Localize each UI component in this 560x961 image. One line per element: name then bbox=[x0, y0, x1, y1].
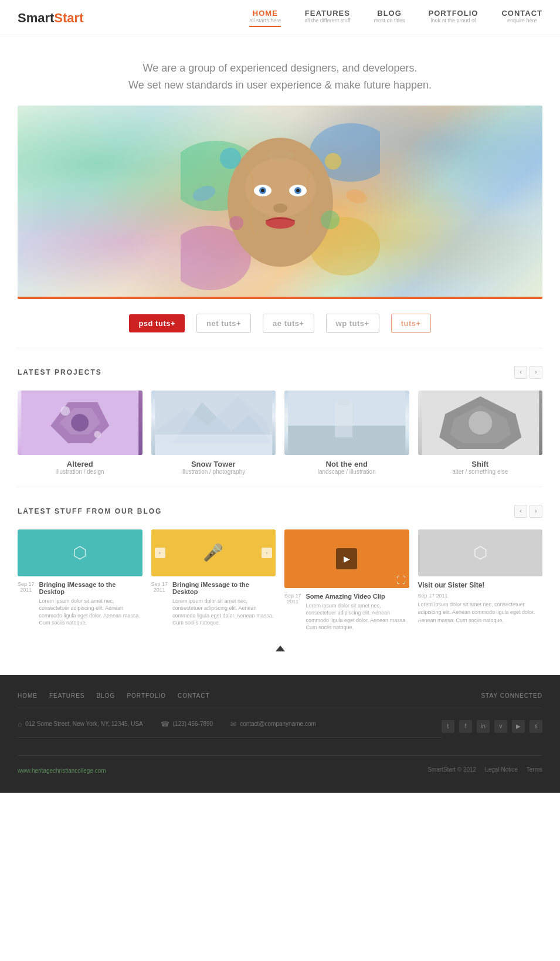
blog-card-1: ⬡ Sep 17 2011 Bringing iMessage to the D… bbox=[18, 529, 142, 634]
project-title-snow: Snow Tower bbox=[151, 460, 276, 468]
blog-thumb-3[interactable]: ▶ ⛶ bbox=[284, 529, 409, 588]
footer-middle: ⌂ 012 Some Street, New York, NY, 12345, … bbox=[18, 720, 542, 756]
blog-card-3: ▶ ⛶ Sep 17 2011 Some Amazing Video Clip … bbox=[284, 529, 409, 634]
footer-nav-features[interactable]: FEATURES bbox=[49, 692, 85, 699]
blog-thumb-1: ⬡ bbox=[18, 529, 142, 576]
site-logo[interactable]: SmartStart bbox=[18, 11, 83, 26]
vimeo-icon[interactable]: v bbox=[494, 720, 507, 733]
brand-ae[interactable]: ae tuts+ bbox=[263, 314, 314, 333]
footer-terms-link[interactable]: Terms bbox=[527, 766, 542, 773]
blog-date-year-3: 2011 bbox=[284, 599, 301, 605]
facebook-icon[interactable]: f bbox=[459, 720, 472, 733]
svg-rect-34 bbox=[288, 390, 405, 426]
blog-next-button[interactable]: › bbox=[530, 505, 542, 518]
blog-post-title-1[interactable]: Bringing iMessage to the Desktop bbox=[39, 581, 142, 595]
altered-thumb-svg bbox=[18, 390, 142, 455]
brand-tuts[interactable]: tuts+ bbox=[391, 314, 431, 333]
projects-header: LATEST PROJECTS ‹ › bbox=[18, 366, 542, 379]
footer-stay-connected: STAY CONNECTED bbox=[481, 692, 542, 699]
hero-bottom-bar bbox=[18, 297, 542, 299]
project-title-shift: Shift bbox=[418, 460, 543, 468]
blog-date-month-1: Sep 17 bbox=[18, 581, 35, 587]
nav-home[interactable]: HOME all starts here bbox=[249, 9, 281, 27]
skype-icon[interactable]: s bbox=[530, 720, 542, 733]
blog-date-3: Sep 17 2011 bbox=[284, 593, 301, 605]
hero-bg bbox=[18, 106, 542, 299]
blog-section: LATEST STUFF FROM OUR BLOG ‹ › ⬡ Sep 17 … bbox=[0, 487, 560, 646]
project-card-altered[interactable]: Altered illustration / design bbox=[18, 390, 142, 475]
blog-post-title-2[interactable]: Bringing iMessage to the Desktop bbox=[172, 581, 276, 595]
footer-legal-link[interactable]: Legal Notice bbox=[485, 766, 518, 773]
blog-slider-prev[interactable]: ‹ bbox=[155, 548, 165, 558]
svg-point-16 bbox=[229, 216, 243, 230]
project-card-shift[interactable]: Shift alter / something else bbox=[418, 390, 543, 475]
project-sub-altered: illustration / design bbox=[18, 468, 142, 475]
brand-psd[interactable]: psd tuts+ bbox=[129, 314, 185, 332]
project-sub-notend: landscape / illustration bbox=[284, 468, 409, 475]
home-icon: ⌂ bbox=[18, 720, 22, 728]
blog-nav-arrows: ‹ › bbox=[514, 505, 542, 518]
project-card-notend[interactable]: Not the end landscape / illustration bbox=[284, 390, 409, 475]
nav-portfolio[interactable]: PORTFOLIO look at the proud of bbox=[429, 9, 478, 23]
brand-net[interactable]: net tuts+ bbox=[196, 314, 251, 333]
brand-wp[interactable]: wp tuts+ bbox=[326, 314, 379, 333]
footer-nav-blog[interactable]: BLOG bbox=[97, 692, 116, 699]
svg-point-12 bbox=[273, 203, 287, 213]
footer-arrow-up-icon bbox=[276, 646, 285, 651]
footer-url-text[interactable]: www.heritagechristiancollege.com bbox=[18, 768, 106, 774]
brands-row: psd tuts+ net tuts+ ae tuts+ wp tuts+ tu… bbox=[18, 299, 542, 348]
blog-post-text-2: Lorem ipsum dolor sit amet nec, consecte… bbox=[172, 597, 276, 627]
footer-nav: HOME FEATURES BLOG PORTFOLIO CONTACT bbox=[18, 692, 210, 699]
footer-nav-portfolio[interactable]: PORTFOLIO bbox=[127, 692, 166, 699]
video-play-button[interactable]: ▶ bbox=[336, 548, 357, 569]
project-thumb-shift bbox=[418, 390, 543, 455]
svg-point-24 bbox=[60, 406, 70, 416]
svg-point-17 bbox=[321, 210, 340, 229]
blog-content-1: Bringing iMessage to the Desktop Lorem i… bbox=[39, 581, 142, 627]
blog-slider-next[interactable]: › bbox=[262, 548, 272, 558]
face-svg bbox=[181, 106, 380, 299]
nav-home-label: HOME bbox=[249, 9, 281, 18]
blog-post-title-3[interactable]: Some Amazing Video Clip bbox=[306, 593, 409, 600]
email-icon: ✉ bbox=[230, 720, 236, 728]
project-card-snow[interactable]: Snow Tower illustration / photography bbox=[151, 390, 276, 475]
sister-site-text: Lorem ipsum dolor sit amet nec, consecte… bbox=[418, 601, 543, 625]
footer-nav-home[interactable]: HOME bbox=[18, 692, 38, 699]
footer-bottom: www.heritagechristiancollege.com SmartSt… bbox=[18, 765, 542, 775]
twitter-icon[interactable]: t bbox=[442, 720, 454, 733]
blog-prev-button[interactable]: ‹ bbox=[514, 505, 527, 518]
svg-point-10 bbox=[261, 189, 264, 192]
projects-next-button[interactable]: › bbox=[530, 366, 542, 379]
hero-image bbox=[18, 106, 542, 299]
project-sub-shift: alter / something else bbox=[418, 468, 543, 475]
youtube-icon[interactable]: ▶ bbox=[512, 720, 525, 733]
nav-blog-label: BLOG bbox=[374, 9, 405, 18]
footer-address-text: 012 Some Street, New York, NY, 12345, US… bbox=[25, 721, 143, 727]
footer-phone-text: (123) 456-7890 bbox=[173, 721, 213, 727]
blog-meta-2: Sep 17 2011 Bringing iMessage to the Des… bbox=[151, 581, 276, 627]
blog-content-3: Some Amazing Video Clip Lorem ipsum dolo… bbox=[306, 593, 409, 631]
project-thumb-snow bbox=[151, 390, 276, 455]
logo-smart: Smart bbox=[18, 11, 54, 25]
footer-copyright: SmartStart © 2012 Legal Notice Terms bbox=[427, 766, 542, 773]
nav-blog[interactable]: BLOG most on titles bbox=[374, 9, 405, 23]
blog-content-2: Bringing iMessage to the Desktop Lorem i… bbox=[172, 581, 276, 627]
sister-date: Sep 17 2011 bbox=[418, 593, 543, 599]
svg-rect-29 bbox=[155, 434, 272, 455]
svg-point-11 bbox=[296, 189, 300, 192]
nav-contact-sub: enquire here bbox=[501, 18, 542, 23]
logo-start: Start bbox=[54, 11, 83, 25]
sister-site-title[interactable]: Visit our Sister Site! bbox=[418, 581, 543, 589]
nav-blog-sub: most on titles bbox=[374, 18, 405, 23]
blog-date-1: Sep 17 2011 bbox=[18, 581, 35, 593]
blog-slider-arrows: ‹ › bbox=[151, 548, 276, 558]
nav-contact[interactable]: CONTACT enquire here bbox=[501, 9, 542, 23]
blog-card-2: 🎤 ‹ › Sep 17 2011 Bringing iMessage to t… bbox=[151, 529, 276, 634]
nav-features[interactable]: FEATURES all the different stuff bbox=[304, 9, 350, 23]
svg-point-14 bbox=[220, 148, 241, 169]
footer-nav-contact[interactable]: CONTACT bbox=[178, 692, 210, 699]
projects-prev-button[interactable]: ‹ bbox=[514, 366, 527, 379]
linkedin-icon[interactable]: in bbox=[477, 720, 490, 733]
svg-point-38 bbox=[469, 411, 492, 434]
blog-post-text-1: Lorem ipsum dolor sit amet nec, consecte… bbox=[39, 597, 142, 627]
